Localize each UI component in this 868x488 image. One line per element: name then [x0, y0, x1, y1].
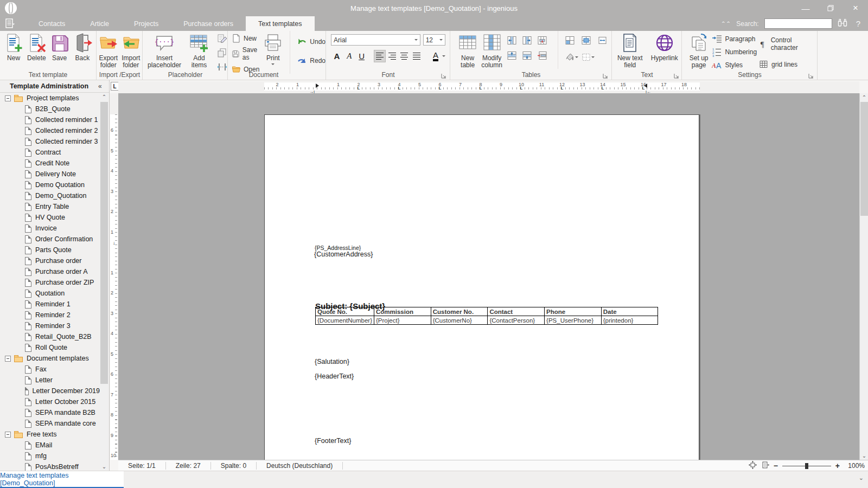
edit-placeholder-icon[interactable] [217, 34, 227, 44]
tables-dialog-launcher[interactable] [603, 73, 608, 78]
document-scrollbar[interactable]: ⌃ ⌄ [859, 93, 868, 460]
back-button[interactable]: Back [72, 31, 93, 62]
tree-item[interactable]: B2B_Quote [0, 104, 100, 114]
document-save-as-button[interactable]: Save as [232, 46, 263, 61]
new-text-field-button[interactable]: New text field [614, 31, 646, 69]
menu-tab-article[interactable]: Article [78, 16, 122, 31]
table-value-cell[interactable]: {DocumentNumber} [316, 316, 374, 325]
collapse-box-icon[interactable] [5, 95, 11, 101]
tree-item[interactable]: mfg [0, 451, 100, 461]
tab-stop-marker[interactable]: L [439, 86, 442, 91]
tree-item[interactable]: Purchase order ZIP [0, 277, 100, 288]
insert-placeholder-button[interactable]: {···} Insert placeholder [148, 31, 181, 72]
tree-item[interactable]: Purchase order [0, 255, 100, 266]
search-input[interactable] [764, 18, 832, 29]
menu-tab-contacts[interactable]: Contacts [26, 16, 78, 31]
tab-type-selector[interactable]: L [111, 82, 119, 91]
undo-button[interactable]: Undo [297, 36, 326, 47]
tree-item[interactable]: Order Confirmation [0, 234, 100, 245]
collapse-box-icon[interactable] [5, 432, 11, 438]
quote-info-table[interactable]: Quote No.CommissionCustomer No.ContactPh… [315, 307, 658, 325]
vertical-ruler[interactable]: ↓ 12345612345678910 [110, 93, 118, 460]
table-value-cell[interactable]: {PS_UserPhone} [545, 316, 602, 325]
placeholder-salutation[interactable]: {Salutation} [315, 358, 349, 365]
tree-item[interactable]: Reminder 1 [0, 299, 100, 310]
tree-item[interactable]: Credit Note [0, 158, 100, 169]
scroll-down-icon[interactable]: ⌄ [100, 464, 108, 470]
tree-item[interactable]: Invoice [0, 223, 100, 234]
font-dialog-launcher[interactable] [441, 73, 446, 78]
restore-button[interactable] [818, 0, 843, 16]
zoom-slider-handle[interactable] [805, 463, 808, 469]
redo-button[interactable]: Redo [297, 55, 326, 66]
hyperlink-button[interactable]: Hyperlink [649, 31, 680, 69]
document-scrollbar-thumb[interactable] [860, 102, 868, 216]
help-button[interactable]: ? [853, 19, 864, 28]
app-menu-button[interactable] [5, 18, 22, 30]
tree-item[interactable]: PosAbsBetreff [0, 461, 100, 471]
sidebar-scrollbar-thumb[interactable] [100, 102, 108, 384]
print-button[interactable]: Print [263, 31, 283, 74]
double-chevron-left-icon[interactable]: « [98, 82, 109, 90]
insert-column-right-icon[interactable] [522, 35, 532, 46]
export-folder-button[interactable]: Export folder [97, 31, 120, 69]
tree-item[interactable]: Collected reminder 3 [0, 136, 100, 147]
tab-stop-marker[interactable]: L [358, 86, 360, 91]
tab-stop-marker[interactable]: L [642, 86, 645, 91]
align-justify-button[interactable] [411, 50, 423, 62]
tree-item[interactable]: Contract [0, 147, 100, 158]
borders-dropdown-arrow[interactable] [591, 56, 595, 60]
underline-button[interactable]: U [356, 50, 368, 62]
table-value-cell[interactable]: {Project} [374, 316, 431, 325]
tree-item[interactable]: Entry Table [0, 201, 100, 212]
zoom-in-button[interactable]: + [835, 461, 840, 470]
placeholder-customer-address[interactable]: {CustomerAddress} [314, 251, 373, 258]
font-family-select[interactable]: Arial [331, 34, 420, 46]
doc-scroll-up-icon[interactable]: ⌃ [860, 94, 868, 100]
font-size-select[interactable]: 12 [423, 34, 445, 46]
shading-icon[interactable] [565, 52, 575, 62]
tree-item[interactable]: Delivery Note [0, 169, 100, 179]
close-button[interactable]: × [843, 0, 868, 16]
sidebar-scrollbar[interactable]: ⌃ ⌄ [100, 93, 108, 471]
tree-item[interactable]: Fax [0, 364, 100, 375]
tab-stop-marker[interactable]: L [398, 86, 401, 91]
cell-width-icon[interactable] [597, 35, 608, 46]
placeholder-footer-text[interactable]: {FooterText} [315, 437, 351, 445]
copy-placeholder-icon[interactable] [217, 48, 227, 58]
tree-item[interactable]: Demo_Quotation [0, 190, 100, 201]
cell-grid-icon[interactable] [581, 35, 591, 46]
document-new-button[interactable]: New [232, 34, 263, 43]
new-table-button[interactable]: New table [455, 31, 480, 69]
first-line-indent-marker[interactable] [316, 84, 319, 88]
menu-tab-text-templates[interactable]: Text templates [246, 16, 315, 31]
zoom-slider[interactable] [782, 466, 831, 466]
bold-button[interactable]: A [331, 50, 343, 62]
horizontal-ruler[interactable]: →| |← 12123456789101112131415161718LLLLL… [118, 81, 859, 93]
document-page[interactable]: {PS_AddressLine} {CustomerAddress} Subje… [264, 114, 699, 460]
tree-item[interactable]: SEPA mandate core [0, 418, 100, 429]
tree-folder[interactable]: Document templates [0, 353, 100, 364]
tree-item[interactable]: Reminder 2 [0, 310, 100, 320]
insert-row-below-icon[interactable] [522, 50, 532, 61]
tree-item[interactable]: SEPA mandate B2B [0, 407, 100, 418]
text-dialog-launcher[interactable] [674, 73, 679, 78]
tree-item[interactable]: Collected reminder 1 [0, 114, 100, 125]
split-cells-icon[interactable] [537, 35, 547, 46]
minimize-button[interactable]: — [793, 0, 818, 16]
tree-item[interactable]: EMail [0, 440, 100, 451]
tree-item[interactable]: Letter [0, 375, 100, 386]
merge-cells-icon[interactable] [537, 50, 547, 61]
settings-dialog-launcher[interactable] [808, 73, 814, 78]
tree-item[interactable]: Quotation [0, 288, 100, 299]
tab-stop-marker[interactable]: L [520, 86, 523, 91]
document-editor-area[interactable]: {PS_AddressLine} {CustomerAddress} Subje… [118, 93, 859, 460]
italic-button[interactable]: A [343, 50, 355, 62]
window-list-chevron-icon[interactable]: ⌄ [859, 474, 864, 481]
tree-item[interactable]: Parts Quote [0, 245, 100, 255]
table-value-cell[interactable]: {CustomerNo} [431, 316, 488, 325]
add-items-button[interactable]: Add items [187, 31, 212, 72]
tree-item[interactable]: Demo Quotation [0, 179, 100, 190]
align-left-button[interactable] [374, 50, 386, 62]
cell-top-left-icon[interactable] [565, 35, 575, 46]
